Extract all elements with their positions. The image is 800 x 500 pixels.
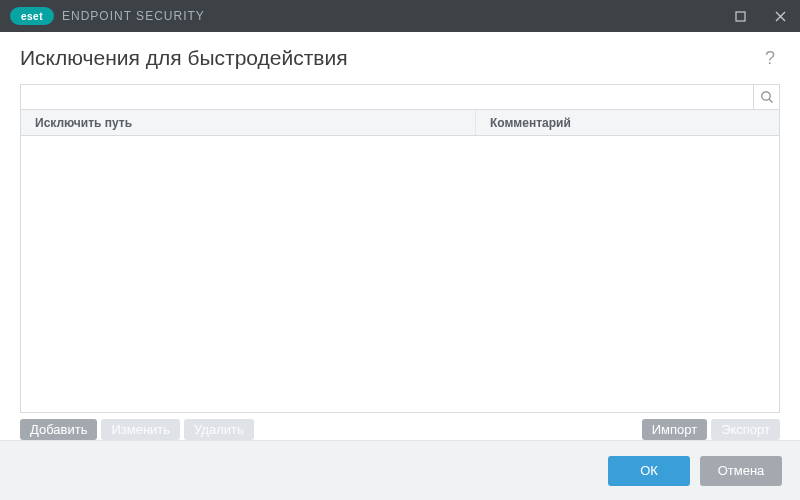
titlebar: eset ENDPOINT SECURITY	[0, 0, 800, 32]
eset-logo: eset	[10, 7, 54, 25]
column-path[interactable]: Исключить путь	[21, 110, 476, 135]
dialog-footer: ОК Отмена	[0, 440, 800, 500]
heading-row: Исключения для быстродействия ?	[20, 46, 780, 70]
close-button[interactable]	[760, 0, 800, 32]
svg-line-6	[769, 99, 772, 102]
search-icon	[760, 90, 774, 104]
table-header: Исключить путь Комментарий	[21, 110, 779, 136]
column-comment[interactable]: Комментарий	[476, 110, 779, 135]
add-button[interactable]: Добавить	[20, 419, 97, 440]
table-body[interactable]	[21, 136, 779, 412]
svg-text:eset: eset	[21, 11, 43, 22]
exclusions-table: Исключить путь Комментарий	[20, 110, 780, 413]
cancel-button[interactable]: Отмена	[700, 456, 782, 486]
ok-button[interactable]: ОК	[608, 456, 690, 486]
import-button[interactable]: Импорт	[642, 419, 707, 440]
dialog-body: Исключения для быстродействия ? Исключит…	[0, 32, 800, 440]
svg-point-5	[761, 92, 769, 100]
maximize-button[interactable]	[720, 0, 760, 32]
page-title: Исключения для быстродействия	[20, 46, 760, 70]
delete-button: Удалить	[184, 419, 254, 440]
edit-button: Изменить	[101, 419, 180, 440]
search-row	[20, 84, 780, 110]
table-toolbar: Добавить Изменить Удалить Импорт Экспорт	[20, 419, 780, 440]
product-name: ENDPOINT SECURITY	[62, 9, 205, 23]
export-button: Экспорт	[711, 419, 780, 440]
svg-rect-2	[736, 12, 745, 21]
search-button[interactable]	[753, 85, 779, 109]
help-button[interactable]: ?	[760, 48, 780, 69]
search-input[interactable]	[21, 85, 753, 109]
